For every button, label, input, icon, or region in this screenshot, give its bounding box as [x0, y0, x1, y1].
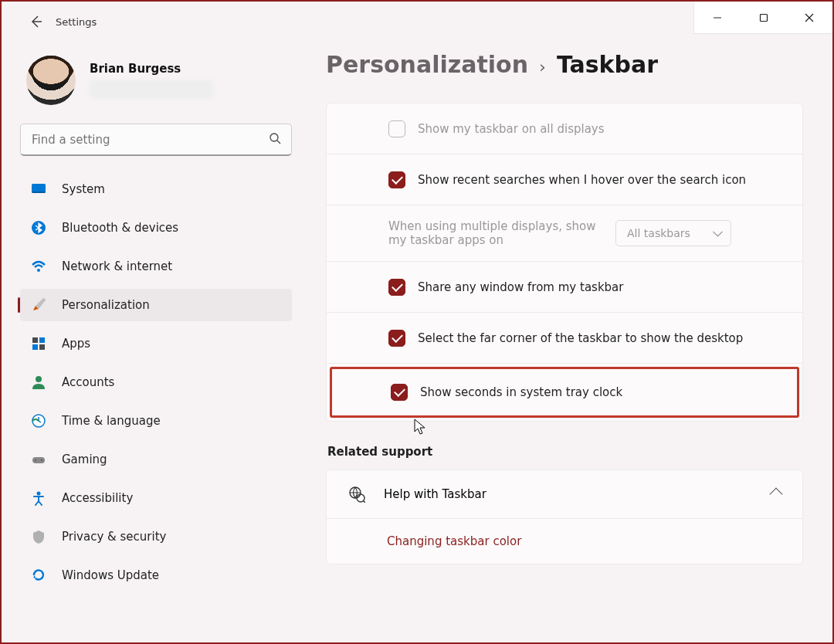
profile-email-blurred [90, 80, 213, 99]
sidebar-item-label: Windows Update [62, 568, 159, 582]
setting-row-share-window[interactable]: Share any window from my taskbar [327, 262, 802, 313]
search-icon [269, 132, 281, 147]
setting-row-multi-display: When using multiple displays, show my ta… [327, 205, 802, 262]
paintbrush-icon [31, 297, 46, 313]
checkbox-checked[interactable] [388, 330, 405, 347]
setting-row-show-all-displays[interactable]: Show my taskbar on all displays [327, 103, 802, 154]
profile-name: Brian Burgess [90, 62, 213, 76]
breadcrumb: Personalization › Taskbar [326, 51, 803, 78]
checkbox-checked[interactable] [388, 279, 405, 296]
help-with-taskbar[interactable]: Help with Taskbar [327, 470, 802, 519]
sidebar-item-network[interactable]: Network & internet [20, 250, 292, 283]
profile[interactable]: Brian Burgess [20, 56, 292, 105]
svg-line-6 [277, 141, 280, 144]
setting-label: Show my taskbar on all displays [418, 122, 787, 136]
related-support-title: Related support [327, 445, 803, 459]
checkbox-checked[interactable] [388, 171, 405, 188]
minimize-button[interactable] [694, 2, 741, 33]
svg-rect-13 [32, 344, 38, 350]
svg-rect-17 [32, 457, 45, 463]
sidebar-item-label: Apps [62, 337, 90, 351]
setting-row-far-corner[interactable]: Select the far corner of the taskbar to … [327, 313, 802, 364]
clock-globe-icon [31, 413, 46, 429]
sidebar-item-personalization[interactable]: Personalization [20, 289, 292, 321]
sidebar-item-time[interactable]: Time & language [20, 405, 292, 437]
setting-row-show-seconds[interactable]: Show seconds in system tray clock [330, 367, 799, 418]
maximize-button[interactable] [741, 2, 787, 33]
sidebar-item-privacy[interactable]: Privacy & security [20, 520, 292, 553]
sidebar-item-label: Personalization [62, 298, 150, 312]
sidebar-item-accounts[interactable]: Accounts [20, 366, 292, 398]
svg-rect-1 [760, 14, 767, 21]
dropdown-value: All taskbars [627, 227, 690, 239]
bluetooth-icon [31, 220, 46, 236]
checkbox-unchecked[interactable] [388, 120, 405, 137]
setting-label: Show seconds in system tray clock [420, 385, 781, 399]
breadcrumb-current: Taskbar [557, 51, 658, 78]
setting-label: Select the far corner of the taskbar to … [418, 331, 787, 345]
setting-label: Share any window from my taskbar [418, 280, 787, 294]
sidebar-item-gaming[interactable]: Gaming [20, 443, 292, 476]
sidebar-item-label: Bluetooth & devices [62, 221, 178, 235]
svg-rect-8 [32, 192, 45, 193]
taskbar-apps-dropdown[interactable]: All taskbars [615, 220, 731, 246]
chevron-up-icon [770, 488, 783, 501]
nav: System Bluetooth & devices Network & int… [20, 173, 292, 591]
main: Personalization › Taskbar Show my taskba… [303, 37, 825, 639]
svg-rect-12 [39, 337, 45, 343]
sidebar-item-label: System [62, 182, 105, 196]
svg-point-10 [37, 269, 40, 272]
svg-point-19 [41, 459, 42, 461]
setting-row-recent-searches[interactable]: Show recent searches when I hover over t… [327, 154, 802, 205]
system-icon [31, 181, 46, 197]
svg-point-18 [35, 459, 36, 461]
svg-rect-11 [32, 337, 38, 343]
support-link-changing-color[interactable]: Changing taskbar color [327, 519, 802, 564]
taskbar-behaviors-panel: Show my taskbar on all displays Show rec… [326, 103, 803, 422]
setting-label: Show recent searches when I hover over t… [418, 173, 787, 187]
sidebar-item-label: Gaming [62, 452, 107, 466]
close-button[interactable] [786, 2, 832, 33]
gamepad-icon [31, 452, 46, 467]
back-button[interactable] [25, 11, 46, 32]
sidebar: Brian Burgess System Bluetooth & devi [9, 37, 303, 639]
search-wrap [20, 124, 292, 156]
support-label: Help with Taskbar [384, 487, 486, 501]
checkbox-checked[interactable] [391, 384, 408, 401]
svg-point-5 [270, 134, 278, 141]
support-panel: Help with Taskbar Changing taskbar color [326, 469, 803, 564]
sidebar-item-label: Time & language [62, 414, 161, 428]
accounts-icon [31, 375, 46, 390]
window-title: Settings [56, 16, 97, 28]
setting-label: When using multiple displays, show my ta… [388, 219, 597, 247]
window-controls [693, 2, 832, 34]
breadcrumb-parent[interactable]: Personalization [326, 51, 528, 78]
update-icon [31, 568, 46, 583]
sidebar-item-label: Network & internet [62, 259, 172, 273]
search-input[interactable] [20, 124, 292, 156]
sidebar-item-bluetooth[interactable]: Bluetooth & devices [20, 212, 292, 244]
apps-icon [31, 336, 46, 351]
accessibility-icon [31, 490, 46, 506]
sidebar-item-accessibility[interactable]: Accessibility [20, 482, 292, 514]
sidebar-item-label: Privacy & security [62, 530, 166, 544]
sidebar-item-update[interactable]: Windows Update [20, 559, 292, 591]
svg-rect-14 [39, 344, 45, 350]
sidebar-item-apps[interactable]: Apps [20, 327, 292, 360]
sidebar-item-system[interactable]: System [20, 173, 292, 205]
sidebar-item-label: Accounts [62, 375, 114, 389]
sidebar-item-label: Accessibility [62, 491, 133, 505]
svg-point-20 [37, 492, 41, 496]
svg-point-15 [36, 376, 42, 382]
svg-line-23 [364, 501, 366, 503]
avatar [26, 56, 76, 105]
wifi-icon [31, 259, 46, 274]
chevron-right-icon: › [539, 57, 546, 76]
globe-help-icon [348, 486, 365, 503]
shield-icon [31, 529, 46, 544]
